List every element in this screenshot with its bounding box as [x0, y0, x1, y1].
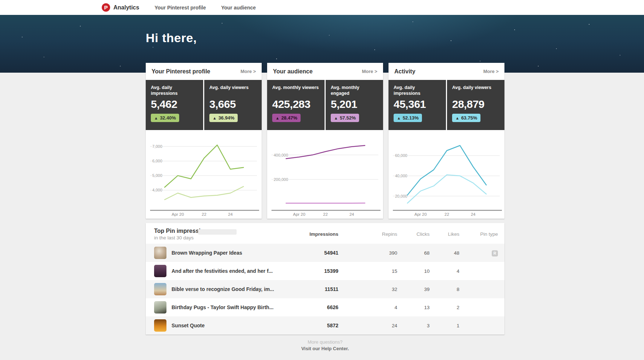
y-tick-label: 7,000 [152, 144, 162, 149]
change-value: 28.47% [281, 115, 297, 121]
chart-series-line [407, 175, 486, 203]
faded-placeholder [198, 229, 237, 235]
more-link[interactable]: More > [483, 69, 499, 74]
more-link[interactable]: More > [362, 69, 377, 74]
card-activity: Activity More > Avg. daily impressions 4… [389, 63, 504, 219]
summary-cards-row: Your Pinterest profile More > Avg. daily… [146, 63, 504, 219]
table-row[interactable]: And after the festivities ended, and her… [146, 262, 504, 280]
more-link[interactable]: More > [241, 69, 256, 74]
x-tick-label: 24 [228, 212, 233, 217]
card-audience: Your audience More > Avg. monthly viewer… [267, 63, 383, 219]
stat-label: Avg. daily viewers [452, 85, 499, 97]
table-row[interactable]: Bible verse to recognize Good Friday, im… [146, 280, 504, 298]
stat-value: 45,361 [394, 98, 441, 110]
stat-label: Avg. monthly engaged [331, 85, 378, 97]
table-row[interactable]: Brown Wrapping Paper Ideas 54941 390 68 … [146, 244, 504, 262]
pin-cell: Birthday Pugs - Taylor Swift Happy Birth… [154, 301, 298, 314]
y-tick-label: 200,000 [274, 177, 288, 182]
change-badge: ▲63.75% [452, 114, 480, 122]
column-header-likes[interactable]: Likes [430, 231, 459, 237]
pin-cell: Brown Wrapping Paper Ideas [154, 247, 298, 259]
repins-value: 4 [338, 305, 397, 310]
pin-title: Birthday Pugs - Taylor Swift Happy Birth… [172, 304, 274, 310]
y-tick-label: 4,000 [152, 188, 162, 192]
clicks-value: 39 [397, 287, 430, 292]
impressions-value: 5872 [298, 323, 338, 328]
up-arrow-icon: ▲ [154, 116, 158, 120]
column-header-repins[interactable]: Repins [338, 231, 397, 237]
likes-value: 48 [430, 250, 459, 256]
card-pinterest-profile: Your Pinterest profile More > Avg. daily… [146, 63, 262, 219]
top-pins-table: Top Pin impressions in the last 30 days … [146, 223, 504, 335]
change-value: 52.13% [403, 115, 419, 121]
profile-line-chart: 4,0005,0006,0007,000Apr 202224 [146, 134, 261, 219]
pin-thumbnail [154, 301, 166, 314]
change-value: 63.75% [461, 115, 477, 121]
card-title: Your audience [273, 68, 313, 75]
x-tick-label: 24 [349, 212, 354, 217]
up-arrow-icon: ▲ [397, 116, 401, 120]
activity-line-chart: 20,00040,00060,000Apr 202224 [389, 134, 504, 219]
stat-value: 3,665 [209, 98, 257, 110]
pinterest-logo-icon[interactable]: P [102, 3, 110, 12]
table-row[interactable]: Sunset Quote 5872 24 3 1 [146, 316, 504, 335]
rich-pin-badge: R [492, 250, 498, 256]
change-value: 32.40% [160, 115, 176, 121]
stat-value: 425,283 [272, 98, 319, 110]
change-badge: ▲28.47% [272, 114, 301, 122]
likes-value: 2 [430, 305, 459, 310]
likes-value: 8 [430, 287, 459, 292]
change-badge: ▲57.52% [331, 114, 359, 122]
up-arrow-icon: ▲ [334, 116, 338, 120]
stat-label: Avg. monthly viewers [272, 85, 319, 97]
greeting-title: Hi there, [146, 31, 197, 45]
repins-value: 32 [338, 287, 397, 292]
card-title: Activity [394, 68, 415, 75]
top-nav: P Analytics Your Pinterest profile Your … [0, 0, 644, 15]
pin-title: Bible verse to recognize Good Friday, im… [172, 286, 274, 292]
table-header-row: Top Pin impressions in the last 30 days … [146, 223, 504, 244]
y-tick-label: 6,000 [152, 159, 162, 163]
likes-value: 4 [430, 268, 459, 274]
change-value: 36.94% [218, 115, 234, 121]
chart-series-line [407, 146, 486, 195]
card-header: Your audience More > [267, 63, 383, 80]
x-tick-label: Apr 20 [414, 212, 427, 217]
column-header-clicks[interactable]: Clicks [397, 231, 430, 237]
change-badge: ▲52.13% [394, 114, 422, 122]
nav-item-pinterest-profile[interactable]: Your Pinterest profile [154, 5, 206, 11]
x-tick-label: Apr 20 [172, 212, 184, 217]
stat-avg-daily-impressions: Avg. daily impressions 45,361 ▲52.13% [389, 80, 446, 130]
footer-question: More questions? [146, 339, 504, 345]
card-title: Your Pinterest profile [152, 68, 210, 75]
table-row[interactable]: Birthday Pugs - Taylor Swift Happy Birth… [146, 298, 504, 316]
clicks-value: 68 [397, 250, 430, 256]
y-tick-label: 60,000 [395, 153, 407, 158]
card-header: Your Pinterest profile More > [146, 63, 262, 80]
clicks-value: 3 [397, 323, 430, 328]
stat-avg-daily-viewers: Avg. daily viewers 3,665 ▲36.94% [204, 80, 262, 130]
pin-cell: Sunset Quote [154, 319, 298, 332]
change-value: 57.52% [340, 115, 356, 121]
pin-title: Brown Wrapping Paper Ideas [172, 250, 242, 256]
nav-item-audience[interactable]: Your audience [221, 5, 255, 11]
change-badge: ▲32.40% [151, 114, 179, 122]
chart-series-line [165, 145, 243, 187]
page-footer: More questions? Visit our Help Center. [146, 339, 504, 351]
stat-label: Avg. daily impressions [394, 85, 441, 97]
help-center-link[interactable]: Visit our Help Center. [146, 346, 504, 351]
repins-value: 24 [338, 323, 397, 328]
repins-value: 15 [338, 268, 397, 274]
impressions-value: 15399 [298, 268, 338, 274]
stat-value: 5,201 [331, 98, 378, 110]
table-subtitle: in the last 30 days [154, 235, 298, 240]
column-header-pin-type[interactable]: Pin type [459, 231, 498, 237]
pin-title: Sunset Quote [172, 323, 205, 328]
chart-series-line [286, 145, 365, 158]
x-tick-label: 22 [202, 212, 206, 217]
stat-avg-monthly-engaged: Avg. monthly engaged 5,201 ▲57.52% [326, 80, 383, 130]
clicks-value: 13 [397, 305, 430, 310]
column-header-impressions[interactable]: Impressions [298, 231, 338, 237]
pin-thumbnail [154, 265, 166, 277]
x-tick-label: 22 [444, 212, 449, 217]
